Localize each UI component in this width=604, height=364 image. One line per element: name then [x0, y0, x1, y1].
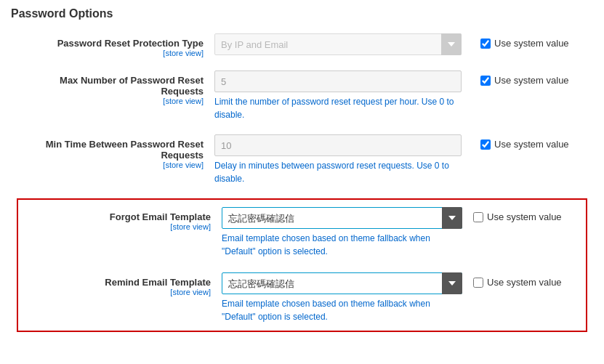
max-requests-system-col: Use system value	[470, 70, 586, 86]
remind-email-hint: Email template chosen based on theme fal…	[222, 297, 462, 323]
max-requests-input[interactable]	[214, 70, 462, 92]
max-requests-row: Max Number of Password Reset Requests [s…	[11, 70, 593, 121]
max-requests-store-view: [store view]	[18, 97, 204, 105]
max-requests-hint: Limit the number of password reset reque…	[214, 95, 462, 121]
min-time-system-label[interactable]: Use system value	[480, 139, 569, 150]
forgot-email-row-inner: Forgot Email Template [store view] 忘記密碼確…	[25, 207, 579, 258]
min-time-label-col: Min Time Between Password Reset Requests…	[18, 134, 214, 169]
min-time-input[interactable]	[214, 134, 462, 156]
forgot-email-system-checkbox[interactable]	[473, 212, 483, 222]
forgot-email-system-col: Use system value	[462, 207, 579, 222]
max-requests-system-checkbox[interactable]	[480, 76, 491, 86]
forgot-email-select-wrapper: 忘記密碼確認信	[222, 207, 462, 229]
forgot-email-label: Forgot Email Template	[110, 211, 211, 222]
protection-type-store-view: [store view]	[18, 49, 204, 57]
max-requests-label-col: Max Number of Password Reset Requests [s…	[18, 70, 214, 105]
protection-type-system-checkbox[interactable]	[480, 39, 491, 49]
forgot-email-input-col: 忘記密碼確認信 Email template chosen based on t…	[222, 207, 462, 258]
forgot-email-label-col: Forgot Email Template [store view]	[25, 207, 222, 231]
forgot-email-hint: Email template chosen based on theme fal…	[222, 232, 462, 258]
protection-type-input-col: By IP and Email	[214, 33, 470, 55]
form-section: Password Reset Protection Type [store vi…	[11, 33, 593, 332]
remind-email-store-view: [store view]	[25, 288, 211, 296]
min-time-system-checkbox[interactable]	[480, 139, 491, 150]
page-title: Password Options	[11, 7, 593, 20]
remind-email-label: Remind Email Template	[105, 277, 211, 288]
highlighted-section: Forgot Email Template [store view] 忘記密碼確…	[17, 198, 587, 332]
remind-email-input-col: 忘記密碼確認信 Email template chosen based on t…	[222, 272, 462, 323]
remind-email-system-label[interactable]: Use system value	[473, 277, 562, 288]
forgot-email-system-label[interactable]: Use system value	[473, 211, 562, 222]
protection-type-system-col: Use system value	[470, 33, 586, 49]
min-time-hint: Delay in minutes between password reset …	[214, 159, 462, 185]
forgot-email-store-view: [store view]	[25, 222, 211, 231]
protection-type-system-label[interactable]: Use system value	[480, 38, 569, 49]
remind-email-system-checkbox[interactable]	[473, 278, 483, 288]
min-time-system-col: Use system value	[470, 134, 586, 150]
protection-type-select-wrapper: By IP and Email	[214, 33, 462, 55]
remind-email-row: Remind Email Template [store view] 忘記密碼確…	[18, 265, 586, 331]
protection-type-row: Password Reset Protection Type [store vi…	[11, 33, 593, 57]
remind-email-label-col: Remind Email Template [store view]	[25, 272, 222, 296]
forgot-email-row: Forgot Email Template [store view] 忘記密碼確…	[18, 200, 586, 265]
protection-type-label-col: Password Reset Protection Type [store vi…	[18, 33, 214, 57]
min-time-label: Min Time Between Password Reset Requests	[46, 139, 204, 161]
min-time-store-view: [store view]	[18, 161, 204, 169]
max-requests-label: Max Number of Password Reset Requests	[60, 75, 204, 97]
protection-type-select[interactable]: By IP and Email	[214, 33, 462, 55]
remind-email-select[interactable]: 忘記密碼確認信	[222, 272, 462, 294]
max-requests-input-col: Limit the number of password reset reque…	[214, 70, 470, 121]
forgot-email-select[interactable]: 忘記密碼確認信	[222, 207, 462, 229]
remind-email-system-col: Use system value	[462, 272, 579, 288]
max-requests-system-label[interactable]: Use system value	[480, 75, 569, 86]
remind-email-row-inner: Remind Email Template [store view] 忘記密碼確…	[25, 272, 579, 323]
remind-email-select-wrapper: 忘記密碼確認信	[222, 272, 462, 294]
protection-type-label: Password Reset Protection Type	[57, 38, 204, 49]
min-time-row: Min Time Between Password Reset Requests…	[11, 134, 593, 185]
min-time-input-col: Delay in minutes between password reset …	[214, 134, 470, 185]
